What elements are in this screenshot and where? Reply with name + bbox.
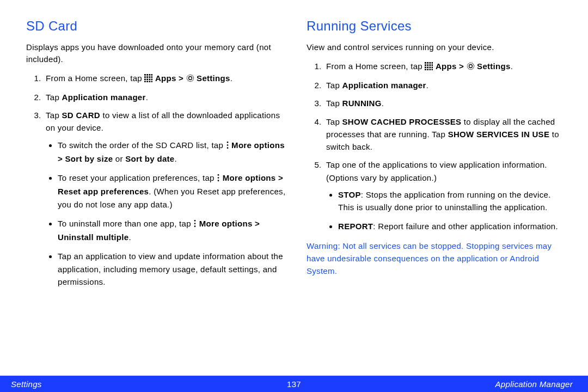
list-item: Tap Application manager. bbox=[324, 79, 566, 91]
list-item: Tap SD CARD to view a list of all the do… bbox=[44, 109, 286, 288]
text: : Stops the application from running on … bbox=[338, 190, 551, 212]
text: To reset your application preferences, t… bbox=[58, 173, 217, 182]
svg-rect-31 bbox=[425, 64, 426, 66]
svg-rect-32 bbox=[427, 64, 429, 66]
svg-rect-6 bbox=[149, 76, 151, 78]
list-item: From a Home screen, tap Apps > Settings. bbox=[324, 60, 566, 74]
svg-point-25 bbox=[194, 223, 196, 224]
sub-bullets: STOP: Stops the application from running… bbox=[326, 188, 566, 233]
svg-rect-36 bbox=[427, 66, 429, 68]
svg-rect-1 bbox=[147, 74, 149, 76]
svg-rect-27 bbox=[425, 62, 426, 64]
bold-text: SD CARD bbox=[62, 111, 100, 120]
footer-right: Application Manager bbox=[495, 379, 573, 389]
list-item: To uninstall more than one app, tap More… bbox=[58, 217, 286, 244]
text: Tap bbox=[326, 81, 342, 90]
svg-point-23 bbox=[218, 180, 219, 181]
svg-rect-33 bbox=[430, 64, 431, 66]
list-item: To reset your application preferences, t… bbox=[58, 171, 286, 211]
text: Tap bbox=[326, 99, 342, 108]
svg-rect-30 bbox=[432, 62, 433, 64]
footer-left: Settings bbox=[11, 379, 42, 389]
bold-text: Sort by date bbox=[125, 154, 174, 163]
footer-page-number: 137 bbox=[287, 379, 301, 389]
svg-point-24 bbox=[194, 220, 196, 222]
text: : Not all services can be stopped. Stopp… bbox=[307, 241, 552, 276]
svg-point-44 bbox=[469, 64, 472, 68]
page-body: SD Card Displays apps you have downloade… bbox=[0, 0, 588, 295]
svg-rect-4 bbox=[144, 76, 146, 78]
svg-point-43 bbox=[467, 63, 474, 69]
svg-rect-0 bbox=[144, 74, 146, 76]
text: Tap an application to view and update in… bbox=[58, 252, 283, 286]
svg-point-16 bbox=[187, 75, 193, 81]
list-item: From a Home screen, tap Apps > Settings. bbox=[44, 72, 286, 85]
list-item: Tap an application to view and update in… bbox=[58, 250, 286, 288]
svg-point-20 bbox=[226, 147, 228, 149]
list-item: Tap RUNNING. bbox=[324, 97, 566, 109]
list-item: REPORT: Report failure and other applica… bbox=[338, 220, 566, 232]
text: . bbox=[128, 232, 131, 242]
svg-rect-15 bbox=[151, 81, 152, 82]
text: From a Home screen, tap bbox=[326, 62, 425, 71]
svg-rect-37 bbox=[430, 66, 431, 68]
svg-point-17 bbox=[188, 76, 192, 79]
text: . bbox=[175, 154, 177, 163]
svg-rect-28 bbox=[427, 62, 429, 64]
left-column: SD Card Displays apps you have downloade… bbox=[26, 19, 286, 295]
bold-text: Apps > bbox=[155, 74, 186, 83]
svg-rect-8 bbox=[144, 78, 146, 80]
svg-rect-13 bbox=[147, 81, 149, 82]
more-options-icon bbox=[217, 173, 220, 185]
intro-running-services: View and control services running on you… bbox=[307, 41, 566, 53]
text: Tap bbox=[326, 117, 342, 126]
svg-rect-5 bbox=[147, 76, 149, 78]
text: . bbox=[426, 81, 428, 90]
settings-gear-icon bbox=[467, 61, 475, 74]
text: . bbox=[230, 74, 232, 83]
svg-rect-2 bbox=[149, 74, 151, 76]
svg-rect-38 bbox=[432, 66, 433, 68]
svg-point-18 bbox=[226, 142, 228, 143]
text: . bbox=[382, 99, 384, 108]
bold-text: SHOW SERVICES IN USE bbox=[448, 130, 550, 139]
svg-rect-34 bbox=[432, 64, 433, 66]
bold-text: Application manager bbox=[342, 81, 426, 90]
text: Tap bbox=[46, 111, 62, 120]
bold-text: Apps > bbox=[436, 62, 467, 71]
warning-label: Warning bbox=[307, 241, 338, 250]
text: . bbox=[511, 62, 513, 71]
text: or bbox=[113, 154, 125, 163]
text: To switch the order of the SD CARD list,… bbox=[58, 140, 226, 150]
steps-sd-card: From a Home screen, tap Apps > Settings.… bbox=[26, 72, 286, 289]
svg-rect-35 bbox=[425, 66, 426, 68]
text: Tap bbox=[46, 93, 62, 102]
svg-rect-9 bbox=[147, 78, 149, 80]
list-item: STOP: Stops the application from running… bbox=[338, 188, 566, 214]
svg-point-19 bbox=[226, 144, 228, 146]
svg-rect-14 bbox=[149, 81, 151, 82]
list-item: Tap SHOW CACHED PROCESSES to display all… bbox=[324, 115, 566, 154]
steps-running-services: From a Home screen, tap Apps > Settings.… bbox=[307, 60, 566, 233]
svg-point-26 bbox=[194, 225, 196, 227]
svg-rect-39 bbox=[425, 69, 426, 70]
more-options-icon bbox=[193, 218, 197, 231]
text: From a Home screen, tap bbox=[46, 74, 144, 83]
more-options-icon bbox=[226, 140, 229, 152]
svg-rect-41 bbox=[430, 69, 431, 70]
heading-sd-card: SD Card bbox=[26, 19, 286, 34]
svg-rect-29 bbox=[430, 62, 431, 64]
apps-grid-icon bbox=[144, 73, 152, 85]
text: To uninstall more than one app, tap bbox=[58, 219, 193, 228]
bold-text: SHOW CACHED PROCESSES bbox=[342, 117, 462, 126]
svg-point-21 bbox=[218, 174, 219, 176]
svg-rect-10 bbox=[149, 78, 151, 80]
svg-rect-11 bbox=[151, 78, 152, 80]
settings-gear-icon bbox=[186, 73, 194, 85]
text: : Report failure and other application i… bbox=[373, 222, 558, 231]
right-column: Running Services View and control servic… bbox=[307, 19, 566, 295]
list-item: Tap Application manager. bbox=[44, 91, 286, 103]
bold-text: REPORT bbox=[338, 222, 373, 231]
text: . bbox=[146, 93, 148, 102]
bold-text: STOP bbox=[338, 190, 361, 199]
